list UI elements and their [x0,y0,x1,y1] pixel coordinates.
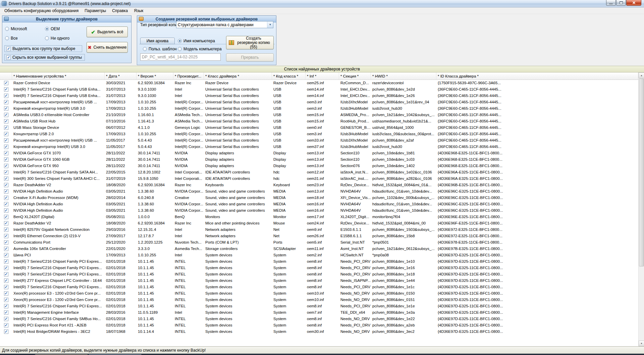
table-row[interactable]: ✓Razer Control Device30/03/20216.2.9200.… [0,80,638,86]
row-checkbox[interactable]: ✓ [4,247,8,251]
table-row[interactable]: ✓Intel(R) 7 Series/C216 Chipset Family P… [0,258,638,265]
radio-computer-name[interactable]: Имя компьютера [178,39,215,43]
row-checkbox[interactable]: ✓ [4,253,8,257]
row-checkbox[interactable]: ✓ [4,215,8,219]
row-checkbox[interactable]: ✓ [4,310,8,315]
scroll-up-button[interactable]: ▲ [639,72,644,78]
menu-language[interactable]: Язык [131,8,146,14]
row-checkbox[interactable]: ✓ [4,323,8,327]
checkbox-select-whole-group[interactable]: ✓ Выделять всю группу при выборе [4,45,82,52]
table-row[interactable]: ✓ASMedia USB Root Hub07/10/20161.16.41.3… [0,118,638,124]
table-row[interactable]: ✓Intel(R) Z77 Express Chipset LPC Contro… [0,277,638,284]
row-checkbox[interactable]: ✓ [4,170,8,174]
table-row[interactable]: ✓Asmedia 106x SATA Controller22/01/20203… [0,246,638,252]
column-header[interactable]: * Производит... [173,72,204,80]
scroll-down-button[interactable]: ▼ [639,341,644,346]
table-row[interactable]: ✓Intel(R) 7 Series/C216 Chipset Family P… [0,284,638,290]
row-checkbox[interactable]: ✓ [4,285,8,289]
table-row[interactable]: ✓Creative X-Fi Audio Processor (WDM)28/0… [0,195,638,201]
table-row[interactable]: ✓Intel(R) Host Bridge/DRAM Registers - 3… [0,328,638,335]
row-checkbox[interactable]: ✓ [4,132,8,136]
row-checkbox[interactable]: ✓ [4,259,8,264]
table-row[interactable]: ✓NVIDIA High Definition Audio03/05/20211… [0,207,638,214]
row-checkbox[interactable]: ✓ [4,196,8,200]
table-row[interactable]: ✓Шина PCI17/09/20131.0.10.255IntelSystem… [0,252,638,258]
table-row[interactable]: ✓Intel(R) Ethernet Connection (2) I219-V… [0,233,638,239]
table-row[interactable]: ✓Intel(R) 300 Series Chipset Family SATA… [0,175,638,182]
row-checkbox[interactable]: ✓ [4,125,8,130]
row-checkbox[interactable]: ✓ [4,87,8,92]
table-row[interactable]: ✓Intel(R) 7 Series/C216 Chipset Family P… [0,265,638,271]
row-checkbox[interactable]: ✓ [4,221,8,225]
table-row[interactable]: ✓Intel(R) 7 Series/C216 Chipset Family U… [0,93,638,99]
row-checkbox[interactable]: ✓ [4,291,8,296]
row-checkbox[interactable]: ✓ [4,272,8,276]
table-row[interactable]: ✓BenQ XL2420T (Digital)05/08/20111.0.0.0… [0,214,638,220]
row-checkbox[interactable]: ✓ [4,119,8,123]
column-header[interactable]: * Inf * [306,72,339,80]
column-header[interactable]: * Код класса * [272,72,306,80]
row-checkbox[interactable]: ✓ [4,298,8,302]
table-row[interactable]: ✓Концентратор USB 2.017/09/20131.0.10.25… [0,131,638,137]
select-all-button[interactable]: ✔ Выделить всё [87,27,128,37]
row-checkbox[interactable]: ✓ [4,145,8,149]
row-checkbox[interactable]: ✓ [4,151,8,155]
column-header[interactable]: * ID Класса драйвера * [436,72,638,80]
radio-microsoft[interactable]: Microsoft [5,27,27,31]
menu-help[interactable]: Справка [109,8,131,14]
table-row[interactable]: ✓Intel(R) 7 Series/C216 Chipset Family S… [0,316,638,322]
row-checkbox[interactable]: ✓ [4,234,8,238]
deselect-button[interactable]: ✖ Снять выделение [87,42,128,53]
table-row[interactable]: ✓Intel(R) Management Engine Interface28/… [0,309,638,316]
column-header[interactable]: * Дата * [105,72,137,80]
row-checkbox[interactable]: ✓ [4,157,8,162]
row-checkbox[interactable]: ✓ [4,227,8,232]
chevron-down-icon[interactable]: ▼ [267,21,273,28]
row-checkbox[interactable]: ✓ [4,329,8,334]
table-row[interactable]: ✓Расширяемый хост-контроллер Intel(R) US… [0,99,638,105]
row-checkbox[interactable]: ✓ [4,113,8,117]
table-row[interactable]: ✓Xeon(R) processor E3 - 1200 v2/3rd Gen … [0,290,638,297]
row-checkbox[interactable]: ✓ [4,208,8,213]
table-row[interactable]: ✓Расширяемый хост-контроллер Intel(R) US… [0,137,638,144]
column-header[interactable]: * Секция * [339,72,371,80]
table-row[interactable]: ✓Корневой концентратор Intel(R) USB 3.01… [0,105,638,112]
row-checkbox[interactable]: ✓ [4,138,8,143]
checkbox-hide-other-groups[interactable]: ✓ Скрыть все кроме выбранной группы [4,54,85,61]
radio-computer-model[interactable]: Модель компьютера [178,47,222,51]
table-row[interactable]: ✓NVIDIA High Definition Audio03/05/20211… [0,188,638,195]
table-row[interactable]: ✓ASMedia USB3.0 eXtensible Host Controll… [0,112,638,118]
table-row[interactable]: ✓NVIDIA GeForce GTX 95028/11/202230.0.14… [0,163,638,169]
scrollbar-thumb[interactable] [639,79,644,266]
row-checkbox[interactable]: ✓ [4,81,8,85]
archive-name-tab[interactable]: Имя архива [140,38,175,44]
row-checkbox[interactable]: ✓ [4,304,8,308]
table-row[interactable]: ✓Razer DeathAdder V218/08/20206.2.9200.1… [0,220,638,226]
abort-button[interactable]: Прервать [226,53,274,61]
backup-type-select[interactable]: Структурированная папка с драйверами ▼ [176,21,273,28]
row-checkbox[interactable]: ✓ [4,176,8,181]
table-row[interactable]: ✓Intel(R) 82579V Gigabit Network Connect… [0,226,638,233]
column-header[interactable]: * Наименование устройства * [12,72,105,80]
table-row[interactable]: ✓Intel(R) 7 Series/C216 Chipset Family P… [0,303,638,309]
table-row[interactable]: ✓USB Mass Storage Device06/07/20124.1.1.… [0,124,638,131]
row-checkbox[interactable]: ✓ [4,94,8,98]
row-checkbox[interactable]: ✓ [4,100,8,104]
table-row[interactable]: ✓Intel(R) 7 Series/C216 Chipset Family U… [0,86,638,93]
row-checkbox[interactable]: ✓ [4,240,8,245]
minimize-button[interactable] [606,0,616,6]
archive-name-input[interactable] [140,53,221,61]
table-row[interactable]: ✓NVIDIA GeForce GTX 1060 6GB28/11/202230… [0,156,638,163]
column-header[interactable]: * Версия * [137,72,173,80]
row-checkbox[interactable]: ✓ [4,106,8,111]
radio-none[interactable]: Ни одного [45,36,69,41]
create-backup-button[interactable]: Создать резервную копию (55) [226,36,274,49]
menu-options[interactable]: Параметры [82,8,109,14]
column-header[interactable]: * Класс драйвера * [204,72,272,80]
vertical-scrollbar[interactable]: ▲ ▼ [638,72,644,346]
maximize-button[interactable] [616,0,626,6]
row-checkbox[interactable]: ✓ [4,266,8,270]
table-row[interactable]: ✓Intel(R) 7 Series/C216 Chipset Family S… [0,169,638,175]
radio-all[interactable]: Все [5,36,18,41]
table-row[interactable]: ✓NVIDIA High Definition Audio03/05/20211… [0,201,638,207]
